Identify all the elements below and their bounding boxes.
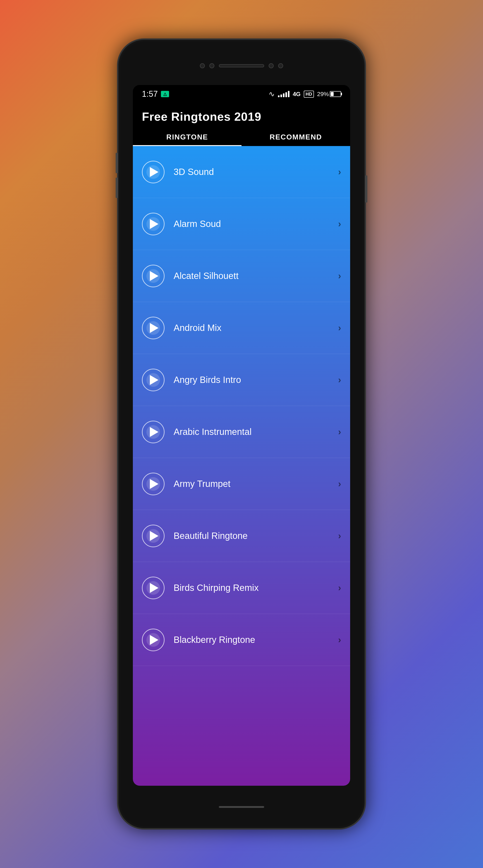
chevron-right-icon: › [338,427,341,437]
power-button[interactable] [365,176,367,203]
chevron-right-icon: › [338,635,341,645]
play-icon [150,375,159,385]
play-button-7[interactable] [142,473,165,495]
volume-down-button[interactable] [116,178,118,198]
play-button-1[interactable] [142,161,165,183]
front-sensor [200,63,205,68]
battery-container: 29% [317,91,341,98]
phone-device: 1:57 △ ∿ 4G HD 29% [117,38,366,830]
front-sensor-2 [209,63,214,68]
list-item[interactable]: Android Mix › [133,302,350,354]
play-button-10[interactable] [142,629,165,651]
front-sensor-3 [278,63,283,68]
play-icon [150,219,159,229]
chevron-right-icon: › [338,479,341,489]
play-icon [150,479,159,489]
ringtone-name-7: Army Trumpet [174,479,338,489]
volume-buttons [116,153,118,198]
tab-ringtone[interactable]: RINGTONE [133,128,242,146]
play-button-5[interactable] [142,369,165,391]
list-item[interactable]: Army Trumpet › [133,458,350,510]
chevron-right-icon: › [338,323,341,333]
home-indicator[interactable] [219,806,264,808]
play-button-4[interactable] [142,317,165,339]
play-button-3[interactable] [142,265,165,287]
signal-icon [278,91,289,97]
list-item[interactable]: Alarm Soud › [133,198,350,250]
ringtone-name-9: Birds Chirping Remix [174,583,338,593]
chevron-right-icon: › [338,271,341,281]
play-icon [150,531,159,541]
chevron-right-icon: › [338,167,341,177]
ringtone-name-1: 3D Sound [174,167,338,177]
ringtone-name-2: Alarm Soud [174,219,338,229]
ringtone-name-10: Blackberry Ringtone [174,635,338,645]
hd-badge: HD [304,91,314,98]
list-item[interactable]: Beautiful Ringtone › [133,510,350,562]
status-right-icons: ∿ 4G HD 29% [269,90,341,98]
play-button-6[interactable] [142,421,165,443]
battery-percent: 29% [317,91,329,98]
list-item[interactable]: Alcatel Silhouett › [133,250,350,302]
ringtone-name-6: Arabic Instrumental [174,427,338,437]
list-item[interactable]: Blackberry Ringtone › [133,614,350,666]
play-icon [150,583,159,593]
list-item[interactable]: Arabic Instrumental › [133,406,350,458]
network-label: 4G [293,91,301,98]
phone-screen: 1:57 △ ∿ 4G HD 29% [133,85,350,786]
play-icon [150,635,159,645]
wifi-icon: ∿ [269,90,275,98]
chevron-right-icon: › [338,219,341,229]
app-title: Free Ringtones 2019 [142,110,261,123]
play-button-9[interactable] [142,577,165,599]
phone-camera-row [200,63,283,68]
phone-bottom-bar [219,786,264,828]
ringtone-name-4: Android Mix [174,323,338,333]
ringtone-list: 3D Sound › Alarm Soud › Alcatel Silhouet… [133,146,350,786]
status-time: 1:57 [142,89,158,99]
ringtone-name-5: Angry Birds Intro [174,375,338,385]
chevron-right-icon: › [338,583,341,593]
phone-top-bar [118,40,365,85]
play-icon [150,427,159,437]
list-item[interactable]: Birds Chirping Remix › [133,562,350,614]
play-icon [150,167,159,177]
list-item[interactable]: 3D Sound › [133,146,350,198]
play-button-8[interactable] [142,525,165,547]
front-camera [269,63,274,68]
chevron-right-icon: › [338,375,341,385]
list-item[interactable]: Angry Birds Intro › [133,354,350,406]
battery-icon [330,91,341,97]
ringtone-name-8: Beautiful Ringtone [174,531,338,541]
play-button-2[interactable] [142,213,165,235]
earpiece-speaker [219,64,264,67]
ringtone-name-3: Alcatel Silhouett [174,271,338,281]
usb-icon: △ [161,91,169,97]
play-icon [150,323,159,333]
tab-recommend[interactable]: RECOMMEND [242,128,350,146]
status-bar: 1:57 △ ∿ 4G HD 29% [133,85,350,103]
play-icon [150,271,159,281]
chevron-right-icon: › [338,531,341,541]
volume-up-button[interactable] [116,153,118,173]
app-header: Free Ringtones 2019 [133,103,350,128]
tabs-container: RINGTONE RECOMMEND [133,128,350,146]
